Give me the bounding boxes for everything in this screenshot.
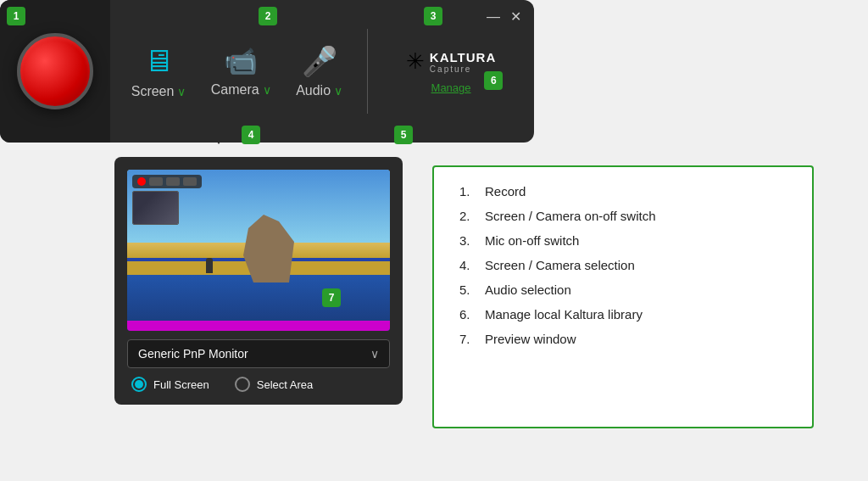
info-num-6: 6. <box>459 307 476 322</box>
minimize-button[interactable]: — <box>487 10 500 24</box>
audio-label-wrap: Audio ∨ <box>296 83 342 98</box>
kaltura-icon: ✳ <box>406 48 425 75</box>
badge-5: 5 <box>394 126 413 144</box>
select-area-label: Select Area <box>257 378 314 391</box>
close-button[interactable]: ✕ <box>510 10 521 24</box>
audio-icon: 🎤 <box>302 44 337 78</box>
audio-control[interactable]: 🎤 Audio ∨ <box>296 44 342 98</box>
info-num-3: 3. <box>459 233 476 248</box>
info-num-5: 5. <box>459 282 476 297</box>
record-button[interactable] <box>17 33 93 109</box>
screen-dropdown-panel: 7 Generic PnP Monitor ∨ Full Screen Sele… <box>114 157 403 405</box>
info-num-1: 1. <box>459 184 476 199</box>
screen-control[interactable]: 🖥 Screen ∨ <box>131 43 186 99</box>
screen-label: Screen <box>131 84 175 99</box>
camera-label-wrap: Camera ∨ <box>211 82 271 98</box>
select-area-radio[interactable] <box>235 377 250 392</box>
screen-label-wrap: Screen ∨ <box>131 84 186 99</box>
kaltura-section: ✳ KALTURA Capture 6 Manage <box>393 48 496 94</box>
mini-preview-inner <box>133 192 178 224</box>
badge-1: 1 <box>7 7 25 25</box>
full-screen-radio-dot <box>135 380 143 389</box>
info-item-7: 7. Preview window <box>459 332 787 346</box>
camera-label: Camera <box>211 82 259 98</box>
audio-label: Audio <box>296 83 331 98</box>
info-text-3: Mic on-off switch <box>485 233 579 248</box>
mini-btn-3 <box>183 177 197 186</box>
badge-2: 2 <box>259 7 277 25</box>
info-item-3: 3. Mic on-off switch <box>459 233 787 248</box>
kaltura-logo: ✳ KALTURA Capture <box>406 48 496 75</box>
camera-chevron: ∨ <box>263 83 271 97</box>
manage-link[interactable]: Manage <box>431 81 471 94</box>
info-text-5: Audio selection <box>485 282 571 297</box>
info-box: 1. Record 2. Screen / Camera on-off swit… <box>432 165 814 428</box>
preview-window <box>127 170 390 331</box>
audio-chevron: ∨ <box>334 84 342 98</box>
kaltura-title: KALTURA <box>430 50 496 64</box>
badge-3: 3 <box>424 7 442 25</box>
info-item-1: 1. Record <box>459 184 787 199</box>
camera-control[interactable]: 📹 Camera ∨ <box>211 45 271 98</box>
info-num-2: 2. <box>459 209 476 223</box>
info-text-4: Screen / Camera selection <box>485 258 635 272</box>
info-item-5: 5. Audio selection <box>459 282 787 297</box>
info-item-4: 4. Screen / Camera selection <box>459 258 787 272</box>
mini-record-dot <box>137 177 146 186</box>
preview-figure <box>206 258 213 273</box>
full-screen-radio[interactable] <box>131 377 147 392</box>
toolbar-divider <box>367 29 368 114</box>
mini-btn-2 <box>166 177 180 186</box>
info-text-1: Record <box>485 184 526 199</box>
info-text-6: Manage local Kaltura library <box>485 307 643 322</box>
monitor-label: Generic PnP Monitor <box>138 347 248 361</box>
preview-bottom-bar <box>127 321 390 331</box>
screen-options: Full Screen Select Area <box>127 377 390 392</box>
monitor-chevron: ∨ <box>370 347 379 361</box>
badge-6: 6 <box>484 71 503 90</box>
mini-toolbar <box>132 175 202 188</box>
info-text-7: Preview window <box>485 332 576 346</box>
monitor-select[interactable]: Generic PnP Monitor ∨ <box>127 339 390 368</box>
info-num-7: 7. <box>459 332 476 346</box>
badge-7: 7 <box>322 288 341 307</box>
screen-icon: 🖥 <box>143 43 174 79</box>
mini-preview-thumb <box>132 191 179 225</box>
badge-4: 4 <box>242 126 260 144</box>
info-item-6: 6. Manage local Kaltura library <box>459 307 787 322</box>
full-screen-label: Full Screen <box>153 378 209 391</box>
info-num-4: 4. <box>459 258 476 272</box>
select-area-option[interactable]: Select Area <box>235 377 314 392</box>
window-controls: — ✕ <box>487 10 521 24</box>
full-screen-option[interactable]: Full Screen <box>131 377 209 392</box>
screen-chevron: ∨ <box>177 85 186 98</box>
info-item-2: 2. Screen / Camera on-off switch <box>459 209 787 223</box>
mini-btn-1 <box>149 177 163 186</box>
toolbar-controls: 🖥 Screen ∨ 📹 Camera ∨ 🎤 Audio ∨ <box>110 0 517 143</box>
camera-icon: 📹 <box>224 45 258 77</box>
info-text-2: Screen / Camera on-off switch <box>485 209 655 223</box>
